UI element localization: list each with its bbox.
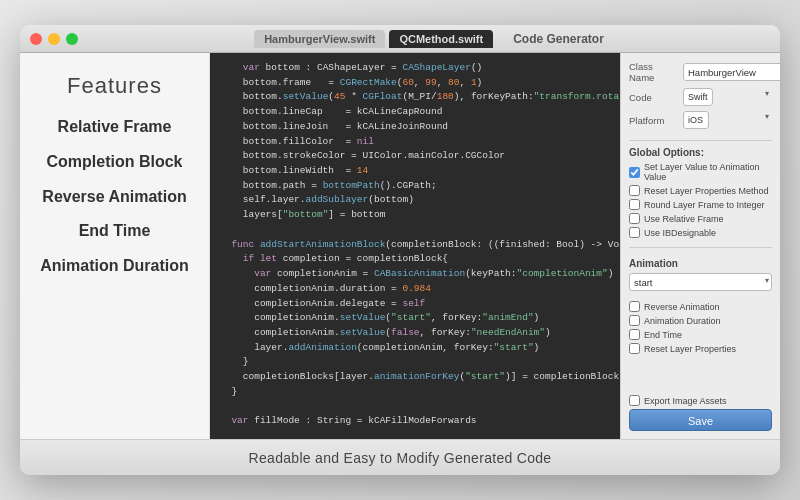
checkbox-label-1: Reset Layer Properties Method [644, 186, 769, 196]
tab-qcmethod[interactable]: QCMethod.swift [389, 30, 493, 48]
code-line-24 [220, 400, 610, 415]
code-line-18: completionAnim.setValue("start", forKey:… [220, 311, 610, 326]
code-line-14: if let completion = completionBlock{ [220, 252, 610, 267]
window-title: Code Generator [513, 32, 604, 46]
code-line-22: completionBlocks[layer.animationForKey("… [220, 370, 610, 385]
checkbox-round-frame[interactable] [629, 199, 640, 210]
anim-checkbox-row-3: Reset Layer Properties [629, 343, 772, 354]
animation-select[interactable]: start [629, 273, 772, 291]
checkbox-ibdesignable[interactable] [629, 227, 640, 238]
anim-checkbox-label-1: Animation Duration [644, 316, 721, 326]
anim-checkbox-row-1: Animation Duration [629, 315, 772, 326]
anim-checkbox-row-0: Reverse Animation [629, 301, 772, 312]
platform-select[interactable]: iOS [683, 111, 709, 129]
save-button[interactable]: Save [629, 409, 772, 431]
code-line-1: var bottom : CAShapeLayer = CAShapeLayer… [220, 61, 610, 76]
maximize-button[interactable] [66, 33, 78, 45]
code-line-16: completionAnim.duration = 0.984 [220, 282, 610, 297]
checkbox-row-1: Reset Layer Properties Method [629, 185, 772, 196]
anim-checkbox-row-2: End Time [629, 329, 772, 340]
anim-checkbox-duration[interactable] [629, 315, 640, 326]
code-line-19: completionAnim.setValue(false, forKey:"n… [220, 326, 610, 341]
code-line-15: var completionAnim = CABasicAnimation(ke… [220, 267, 610, 282]
code-line-11: layers["bottom"] = bottom [220, 208, 610, 223]
checkbox-label-2: Round Layer Frame to Integer [644, 200, 765, 210]
code-line-25: var fillMode : String = kCAFillModeForwa… [220, 414, 610, 429]
code-line-10: self.layer.addSublayer(bottom) [220, 193, 610, 208]
animation-section: Animation start Reverse Animation Animat… [629, 258, 772, 357]
bottom-caption: Readable and Easy to Modify Generated Co… [20, 439, 780, 475]
anim-checkbox-reverse[interactable] [629, 301, 640, 312]
code-line-23: } [220, 385, 610, 400]
window-buttons [30, 33, 78, 45]
features-panel: Features Relative Frame Completion Block… [20, 53, 210, 439]
feature-animation-duration: Animation Duration [40, 256, 188, 277]
global-options-label: Global Options: [629, 147, 772, 158]
divider-2 [629, 247, 772, 248]
feature-completion-block: Completion Block [46, 152, 182, 173]
divider-1 [629, 140, 772, 141]
features-heading: Features [67, 73, 162, 99]
code-line-8: bottom.lineWidth = 14 [220, 164, 610, 179]
checkbox-row-0: Set Layer Value to Animation Value [629, 162, 772, 182]
anim-checkbox-reset-props[interactable] [629, 343, 640, 354]
feature-end-time: End Time [79, 221, 151, 242]
export-checkbox[interactable] [629, 395, 640, 406]
feature-reverse-animation: Reverse Animation [42, 187, 186, 208]
code-line-9: bottom.path = bottomPath().CGPath; [220, 179, 610, 194]
class-name-row: Class Name [629, 61, 772, 83]
code-content[interactable]: var bottom : CAShapeLayer = CAShapeLayer… [210, 53, 620, 439]
anim-checkbox-label-3: Reset Layer Properties [644, 344, 736, 354]
tab-hamburger[interactable]: HamburgerView.swift [254, 30, 385, 48]
code-editor: var bottom : CAShapeLayer = CAShapeLayer… [210, 53, 620, 439]
code-row: Code Swift [629, 88, 772, 106]
code-line-26 [220, 429, 610, 439]
code-line-12 [220, 223, 610, 238]
checkbox-label-3: Use Relative Frame [644, 214, 724, 224]
title-bar-center: HamburgerView.swift QCMethod.swift Code … [88, 30, 770, 48]
feature-relative-frame: Relative Frame [58, 117, 172, 138]
code-line-17: completionAnim.delegate = self [220, 297, 610, 312]
code-line-13: func addStartAnimationBlock(completionBl… [220, 238, 610, 253]
animation-label: Animation [629, 258, 772, 269]
export-row: Export Image Assets [629, 395, 772, 406]
code-label: Code [629, 92, 679, 103]
platform-label: Platform [629, 115, 679, 126]
anim-checkbox-end-time[interactable] [629, 329, 640, 340]
export-label: Export Image Assets [644, 396, 727, 406]
checkbox-set-layer[interactable] [629, 167, 640, 178]
checkbox-label-4: Use IBDesignable [644, 228, 716, 238]
code-line-5: bottom.lineJoin = kCALineJoinRound [220, 120, 610, 135]
class-name-label: Class Name [629, 61, 679, 83]
minimize-button[interactable] [48, 33, 60, 45]
platform-select-wrapper: iOS [683, 111, 772, 129]
anim-checkbox-label-0: Reverse Animation [644, 302, 720, 312]
right-panel: Class Name Code Swift Platform iOS [620, 53, 780, 439]
checkbox-row-4: Use IBDesignable [629, 227, 772, 238]
app-window: HamburgerView.swift QCMethod.swift Code … [20, 25, 780, 475]
code-line-2: bottom.frame = CGRectMake(60, 99, 80, 1) [220, 76, 610, 91]
main-content: Features Relative Frame Completion Block… [20, 53, 780, 439]
close-button[interactable] [30, 33, 42, 45]
platform-row: Platform iOS [629, 111, 772, 129]
title-bar: HamburgerView.swift QCMethod.swift Code … [20, 25, 780, 53]
caption-text: Readable and Easy to Modify Generated Co… [249, 450, 552, 466]
code-line-4: bottom.lineCap = kCALineCapRound [220, 105, 610, 120]
animation-select-wrapper: start [629, 273, 772, 296]
code-line-6: bottom.fillColor = nil [220, 135, 610, 150]
class-name-input[interactable] [683, 63, 780, 81]
checkbox-row-3: Use Relative Frame [629, 213, 772, 224]
checkbox-row-2: Round Layer Frame to Integer [629, 199, 772, 210]
code-select[interactable]: Swift [683, 88, 713, 106]
checkbox-reset-layer[interactable] [629, 185, 640, 196]
code-line-21: } [220, 355, 610, 370]
checkbox-relative-frame[interactable] [629, 213, 640, 224]
anim-checkbox-label-2: End Time [644, 330, 682, 340]
code-line-7: bottom.strokeColor = UIColor.mainColor.C… [220, 149, 610, 164]
code-select-wrapper: Swift [683, 88, 772, 106]
code-line-3: bottom.setValue(45 * CGFloat(M_PI/180), … [220, 90, 610, 105]
tab-bar: HamburgerView.swift QCMethod.swift [254, 30, 493, 48]
checkbox-label-0: Set Layer Value to Animation Value [644, 162, 772, 182]
code-line-20: layer.addAnimation(completionAnim, forKe… [220, 341, 610, 356]
